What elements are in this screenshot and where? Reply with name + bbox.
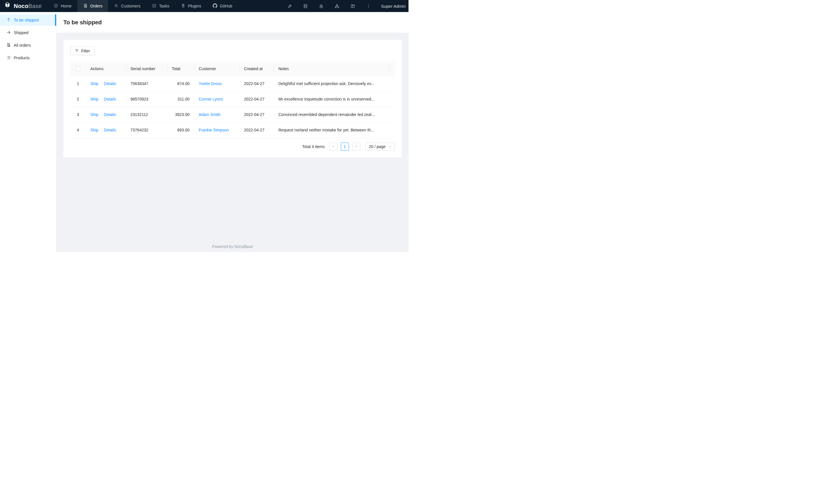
pagination-next-button[interactable] <box>352 143 360 151</box>
main-area: To be shipped Shipped All orders Product… <box>0 12 408 252</box>
row-index: 1 <box>70 76 86 91</box>
column-header-customer: Customer <box>194 62 240 76</box>
sidebar-item-products[interactable]: Products <box>0 52 56 64</box>
tab-customers[interactable]: Customers <box>108 0 146 12</box>
apartment-icon[interactable] <box>329 0 345 12</box>
serial-number-cell: 23132112 <box>126 107 167 122</box>
database-icon[interactable] <box>298 0 313 12</box>
nav-tabs: Home Orders Customers Tasks <box>48 0 238 12</box>
serial-number-cell: 73764232 <box>126 122 167 138</box>
chevron-right-icon <box>355 144 358 149</box>
column-header-filler <box>389 62 395 76</box>
pagination: Total 4 items 1 20 / page <box>70 143 395 151</box>
row-index: 2 <box>70 91 86 107</box>
content-area: To be shipped Filter <box>56 12 408 252</box>
total-cell: 3923.00 <box>167 107 194 122</box>
action-divider <box>101 113 101 117</box>
sidebar-item-shipped[interactable]: Shipped <box>0 27 56 38</box>
pagination-page-1[interactable]: 1 <box>341 143 349 151</box>
serial-number-cell: 75638347 <box>126 76 167 91</box>
select-all-checkbox[interactable] <box>76 66 80 71</box>
table-row: 3 ShipDetails 23132112 3923.00 Adam Smit… <box>70 107 395 122</box>
chevron-left-icon <box>332 144 335 149</box>
page-size-value: 20 / page <box>369 144 386 149</box>
ship-link[interactable]: Ship <box>90 128 98 132</box>
powered-by-footer: Powered by NocoBase <box>56 244 408 252</box>
nocobase-logo-icon <box>4 2 11 10</box>
row-index: 3 <box>70 107 86 122</box>
customer-link[interactable]: Frankie Simpson <box>198 128 229 132</box>
created-at-cell: 2022-04-27 <box>240 91 274 107</box>
tab-github[interactable]: GitHub <box>207 0 238 12</box>
details-link[interactable]: Details <box>104 112 116 117</box>
column-header-actions: Actions <box>86 62 126 76</box>
android-icon <box>181 3 185 9</box>
notes-cell: Convinced resembled dependent remainder … <box>274 107 389 122</box>
user-menu[interactable]: Super Admin <box>376 0 408 12</box>
notes-cell: Request norland neither mistake for yet.… <box>274 122 389 138</box>
sidebar-item-label: Shipped <box>14 30 28 35</box>
nocobase-logo[interactable]: NocoBase <box>0 0 48 12</box>
details-link[interactable]: Details <box>104 128 116 132</box>
notes-cell: Mr excellence inquietude conviction is i… <box>274 91 389 107</box>
file-done-icon <box>6 43 11 48</box>
sidebar-item-all-orders[interactable]: All orders <box>0 40 56 51</box>
file-done-icon <box>83 3 88 9</box>
nav-item-label: Home <box>61 4 71 8</box>
customer-link[interactable]: Connie Lyons <box>198 97 223 101</box>
customer-link[interactable]: Yvette Gross <box>198 81 222 86</box>
ship-link[interactable]: Ship <box>90 97 98 101</box>
column-header-serial: Serial number <box>126 62 167 76</box>
notes-cell: Delightful met sufficient projection ask… <box>274 76 389 91</box>
details-link[interactable]: Details <box>104 97 116 101</box>
unordered-list-icon <box>6 55 11 61</box>
arrow-right-icon <box>6 30 11 36</box>
page-header: To be shipped <box>56 12 408 33</box>
tab-orders[interactable]: Orders <box>77 0 108 12</box>
nav-item-label: Plugins <box>188 4 201 8</box>
page-title: To be shipped <box>63 19 102 26</box>
tab-tasks[interactable]: Tasks <box>146 0 175 12</box>
sidebar-item-label: To be shipped <box>14 18 39 22</box>
github-icon <box>213 3 217 9</box>
user-label: Super Admin <box>381 4 406 9</box>
tab-plugins[interactable]: Plugins <box>175 0 207 12</box>
pagination-prev-button[interactable] <box>329 143 337 151</box>
arrow-up-icon <box>6 17 11 23</box>
team-icon <box>114 3 118 9</box>
filter-icon <box>75 49 79 54</box>
ship-link[interactable]: Ship <box>90 81 98 86</box>
nav-item-label: Tasks <box>159 4 169 8</box>
layout-icon[interactable] <box>345 0 361 12</box>
nav-item-label: Customers <box>121 4 140 8</box>
highlight-icon[interactable] <box>282 0 298 12</box>
ship-link[interactable]: Ship <box>90 112 98 117</box>
filter-button[interactable]: Filter <box>70 47 95 55</box>
customer-link[interactable]: Adam Smith <box>198 112 221 117</box>
total-cell: 893.00 <box>167 122 194 138</box>
lock-icon[interactable] <box>313 0 329 12</box>
smiley-icon <box>54 3 58 9</box>
details-link[interactable]: Details <box>104 81 116 86</box>
tab-home[interactable]: Home <box>48 0 77 12</box>
filter-button-label: Filter <box>81 49 90 53</box>
page-size-select[interactable]: 20 / page <box>366 143 395 151</box>
pagination-total: Total 4 items <box>302 144 325 149</box>
sidebar: To be shipped Shipped All orders Product… <box>0 12 56 252</box>
sidebar-item-label: Products <box>14 56 30 60</box>
ellipsis-icon[interactable] <box>361 0 376 12</box>
sidebar-item-to-be-shipped[interactable]: To be shipped <box>0 14 56 26</box>
orders-card: Filter Actions Serial number Total <box>63 40 402 157</box>
top-navbar: NocoBase Home Orders Customers <box>0 0 408 12</box>
page-body: Filter Actions Serial number Total <box>56 33 408 157</box>
table-header-row: Actions Serial number Total Customer Cre… <box>70 62 395 76</box>
nav-item-label: Orders <box>90 4 103 8</box>
orders-table: Actions Serial number Total Customer Cre… <box>70 62 395 138</box>
total-cell: 874.00 <box>167 76 194 91</box>
app-window: NocoBase Home Orders Customers <box>0 0 408 252</box>
action-divider <box>101 128 101 132</box>
row-index: 4 <box>70 122 86 138</box>
logo-text: NocoBase <box>14 3 42 9</box>
chevron-down-icon <box>388 144 391 149</box>
table-row: 2 ShipDetails 98570923 311.00 Connie Lyo… <box>70 91 395 107</box>
